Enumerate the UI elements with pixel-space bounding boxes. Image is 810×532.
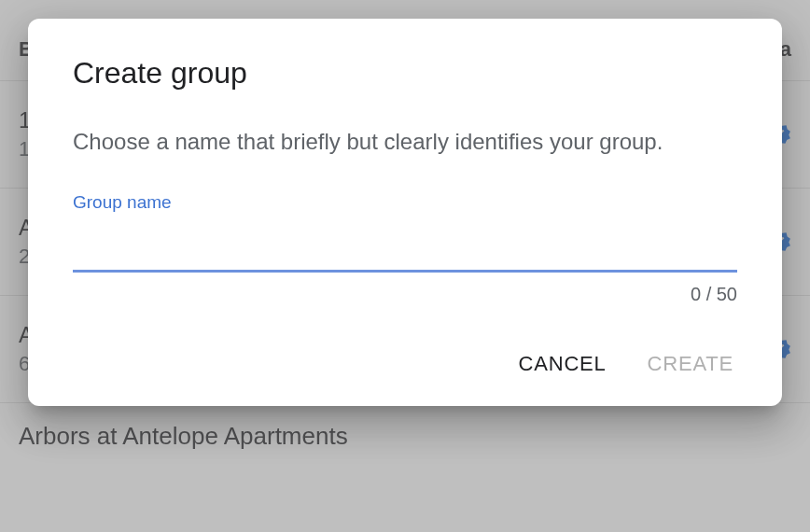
- group-name-field-container: Group name: [73, 192, 737, 273]
- group-name-label: Group name: [73, 192, 737, 213]
- character-counter: 0 / 50: [73, 284, 737, 305]
- dialog-title: Create group: [73, 56, 737, 91]
- dialog-actions: CANCEL CREATE: [73, 352, 737, 376]
- create-group-dialog: Create group Choose a name that briefly …: [28, 19, 782, 406]
- cancel-button[interactable]: CANCEL: [519, 352, 607, 376]
- create-button[interactable]: CREATE: [648, 352, 733, 376]
- dialog-description: Choose a name that briefly but clearly i…: [73, 124, 737, 159]
- modal-overlay[interactable]: Create group Choose a name that briefly …: [0, 0, 810, 532]
- group-name-input[interactable]: [73, 217, 737, 273]
